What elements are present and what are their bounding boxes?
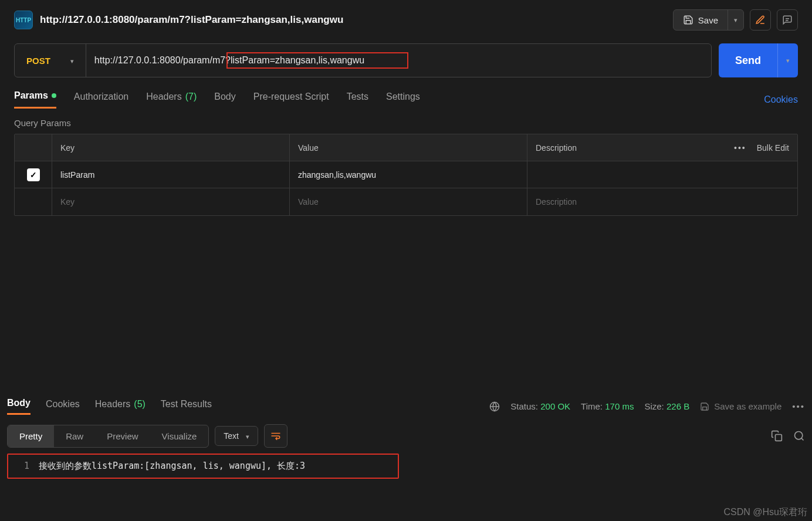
params-modified-dot <box>52 93 56 98</box>
search-icon[interactable] <box>793 430 805 442</box>
line-number: 1 <box>12 461 29 472</box>
watermark: CSDN @Hsu琛君珩 <box>724 506 807 519</box>
query-params-table: Key Value Description ••• Bulk Edit ✓ li… <box>14 134 798 216</box>
url-input[interactable]: http://127.0.0.1:8080/param/m7?listParam… <box>86 44 711 77</box>
comment-icon <box>782 15 793 25</box>
svg-line-7 <box>801 438 803 440</box>
header-key: Key <box>52 134 290 161</box>
param-value-input[interactable]: zhangsan,lis,wangwu <box>290 161 527 188</box>
copy-icon[interactable] <box>771 430 783 442</box>
response-line-text: 接收到的参数listParam:[zhangsan, lis, wangwu],… <box>39 461 305 472</box>
save-icon <box>700 402 709 411</box>
svg-rect-5 <box>776 435 782 441</box>
param-checkbox-empty[interactable] <box>15 188 52 215</box>
size-label: Size: <box>644 401 664 411</box>
chevron-down-icon <box>246 431 249 441</box>
method-label: POST <box>26 56 50 66</box>
resp-headers-label: Headers <box>95 399 130 410</box>
tab-authorization[interactable]: Authorization <box>74 92 128 108</box>
cookies-link[interactable]: Cookies <box>764 94 798 105</box>
url-prefix: http://127.0.0.1:8080/param/ <box>94 55 212 65</box>
save-button[interactable]: Save <box>674 10 728 30</box>
content-type-label: Text <box>224 431 239 441</box>
view-preview[interactable]: Preview <box>95 425 150 447</box>
resp-tab-body[interactable]: Body <box>7 398 31 415</box>
comments-button[interactable] <box>777 9 798 31</box>
tab-tests[interactable]: Tests <box>347 92 368 108</box>
response-more-icon[interactable]: ••• <box>792 401 805 411</box>
tab-body[interactable]: Body <box>214 92 235 108</box>
save-button-group: Save <box>673 9 744 31</box>
more-options-icon[interactable]: ••• <box>734 143 746 153</box>
send-dropdown[interactable] <box>777 43 798 77</box>
method-select[interactable]: POST <box>15 44 86 77</box>
tab-headers[interactable]: Headers (7) <box>146 92 197 108</box>
tab-headers-label: Headers <box>146 92 181 102</box>
chevron-down-icon <box>70 56 74 65</box>
bulk-edit-button[interactable]: Bulk Edit <box>757 143 789 153</box>
tab-params-label: Params <box>14 90 48 101</box>
content-type-select[interactable]: Text <box>215 426 258 446</box>
view-pretty[interactable]: Pretty <box>8 425 54 447</box>
tab-prerequest[interactable]: Pre-request Script <box>253 92 329 108</box>
wrap-lines-button[interactable] <box>264 424 287 448</box>
tab-params[interactable]: Params <box>14 90 56 109</box>
param-checkbox[interactable]: ✓ <box>27 168 40 181</box>
method-url-bar: POST http://127.0.0.1:8080/param/m7?list… <box>14 43 712 77</box>
query-params-title: Query Params <box>0 109 812 134</box>
svg-point-6 <box>795 432 803 439</box>
time-label: Time: <box>581 401 603 411</box>
request-title: http://127.0.0.1:8080/param/m7?listParam… <box>40 14 343 26</box>
param-key-input[interactable]: listParam <box>52 161 290 188</box>
param-description-placeholder[interactable]: Description <box>527 188 797 215</box>
resp-tab-testresults[interactable]: Test Results <box>161 399 212 414</box>
edit-button[interactable] <box>750 9 771 31</box>
view-raw[interactable]: Raw <box>54 425 95 447</box>
view-visualize[interactable]: Visualize <box>150 425 209 447</box>
header-description: Description <box>536 143 577 153</box>
save-dropdown[interactable] <box>728 10 743 30</box>
header-checkbox-cell <box>15 134 52 161</box>
save-icon <box>683 15 693 25</box>
size-value: 226 B <box>666 401 689 411</box>
view-mode-tabs: Pretty Raw Preview Visualize <box>7 425 209 448</box>
response-body[interactable]: 1 接收到的参数listParam:[zhangsan, lis, wangwu… <box>7 454 399 479</box>
save-label: Save <box>698 15 718 25</box>
time-value: 170 ms <box>605 401 634 411</box>
tab-settings[interactable]: Settings <box>386 92 420 108</box>
resp-headers-count: (5) <box>134 399 146 410</box>
resp-tab-cookies[interactable]: Cookies <box>46 399 80 414</box>
header-value: Value <box>290 134 527 161</box>
param-key-placeholder[interactable]: Key <box>52 188 290 215</box>
param-row-empty: Key Value Description <box>15 188 797 215</box>
status-value: 200 OK <box>540 401 570 411</box>
http-icon: HTTP <box>14 11 33 29</box>
param-value-placeholder[interactable]: Value <box>290 188 527 215</box>
resp-tab-headers[interactable]: Headers (5) <box>95 399 146 414</box>
pencil-icon <box>755 15 766 25</box>
save-as-example-button[interactable]: Save as example <box>700 401 781 411</box>
globe-icon[interactable] <box>489 401 500 412</box>
headers-count: (7) <box>185 92 197 102</box>
status-label: Status: <box>510 401 538 411</box>
send-button-group: Send <box>719 43 798 77</box>
wrap-icon <box>270 431 281 441</box>
param-description-input[interactable] <box>527 161 797 188</box>
url-highlighted-part: m7?listParam=zhangsan,lis,wangwu <box>212 55 364 65</box>
save-example-label: Save as example <box>714 401 781 411</box>
param-row: ✓ listParam zhangsan,lis,wangwu <box>15 161 797 188</box>
send-button[interactable]: Send <box>719 43 777 77</box>
